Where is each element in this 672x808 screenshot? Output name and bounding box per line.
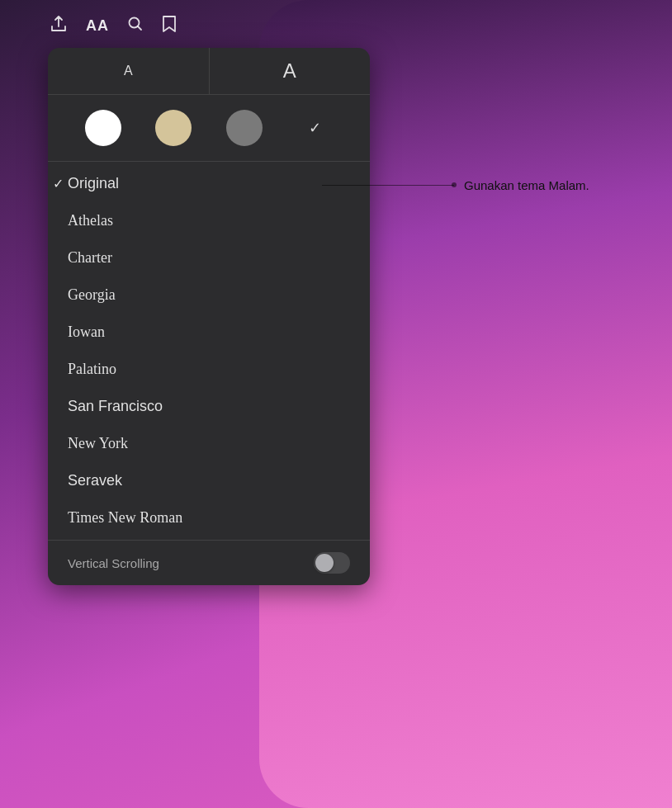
font-label-new-york: New York [68, 435, 128, 452]
increase-font-button[interactable]: A [210, 48, 371, 94]
font-label-seravek: Seravek [68, 472, 122, 489]
font-item-san-francisco[interactable]: San Francisco [48, 388, 370, 425]
font-label-original: Original [68, 175, 119, 192]
font-item-iowan[interactable]: Iowan [48, 314, 370, 351]
font-label-san-francisco: San Francisco [68, 398, 163, 415]
search-icon[interactable] [127, 16, 144, 36]
vertical-scrolling-toggle[interactable] [314, 552, 350, 574]
font-settings-icon[interactable]: AA [86, 17, 109, 35]
dark-theme-check-icon: ✓ [309, 119, 321, 137]
decrease-font-button[interactable]: A [48, 48, 210, 94]
font-item-new-york[interactable]: New York [48, 425, 370, 462]
toolbar: AA [50, 15, 177, 37]
font-label-iowan: Iowan [68, 324, 105, 341]
theme-sepia-button[interactable] [155, 110, 192, 146]
font-item-seravek[interactable]: Seravek [48, 462, 370, 499]
theme-gray-button[interactable] [226, 110, 263, 146]
font-list: ✓ Original Athelas Charter Georgia Iowan… [48, 162, 370, 540]
theme-selector-row: ✓ [48, 95, 370, 162]
font-label-palatino: Palatino [68, 361, 116, 378]
font-label-charter: Charter [68, 249, 112, 267]
theme-white-button[interactable] [85, 110, 121, 146]
share-icon[interactable] [50, 15, 68, 37]
font-size-row: A A [48, 48, 370, 95]
font-item-georgia[interactable]: Georgia [48, 276, 370, 314]
vertical-scrolling-label: Vertical Scrolling [68, 556, 159, 570]
font-size-small-label: A [124, 64, 133, 78]
annotation-container: Gunakan tema Malam. [322, 178, 589, 192]
bookmark-icon[interactable] [162, 15, 177, 37]
font-size-large-label: A [283, 59, 296, 83]
reader-settings-panel: A A ✓ ✓ Original Athelas Charter Georgia… [48, 48, 370, 585]
font-label-athelas: Athelas [68, 212, 113, 229]
font-item-athelas[interactable]: Athelas [48, 202, 370, 239]
annotation-text: Gunakan tema Malam. [464, 178, 589, 192]
annotation-dot [452, 182, 457, 187]
font-item-charter[interactable]: Charter [48, 239, 370, 276]
theme-dark-button[interactable]: ✓ [296, 110, 333, 146]
annotation-line [322, 185, 454, 186]
font-item-times-new-roman[interactable]: Times New Roman [48, 499, 370, 536]
font-check-original: ✓ [53, 176, 64, 191]
vertical-scrolling-row: Vertical Scrolling [48, 540, 370, 585]
toggle-knob [315, 554, 334, 572]
font-item-palatino[interactable]: Palatino [48, 351, 370, 388]
font-label-georgia: Georgia [68, 286, 116, 304]
font-label-times-new-roman: Times New Roman [68, 509, 182, 527]
